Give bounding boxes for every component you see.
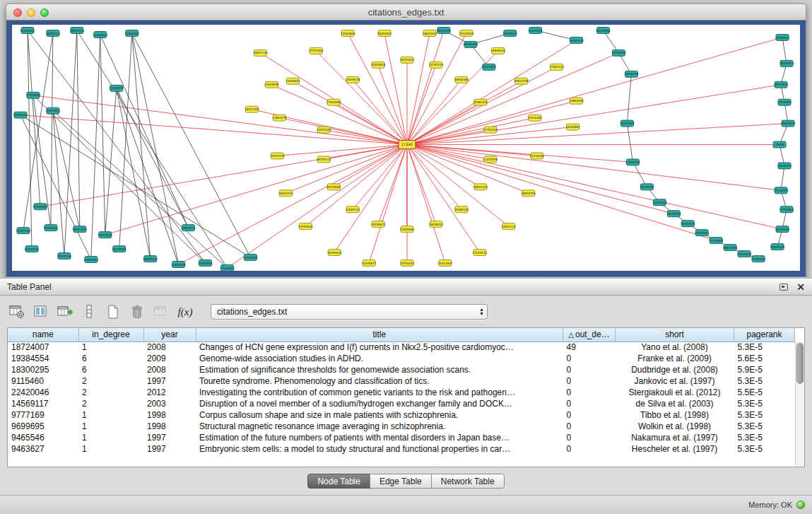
graph-node[interactable]: 19448794 xyxy=(624,71,639,77)
graph-node[interactable]: 18831514 xyxy=(70,27,85,33)
table-cell[interactable]: 9115460 xyxy=(8,375,78,387)
column-header-title[interactable]: title xyxy=(196,328,563,341)
table-cell[interactable]: Franke et al. (2009) xyxy=(616,353,734,364)
graph-node[interactable]: 16203510 xyxy=(46,107,61,114)
graph-node[interactable]: 19025351 xyxy=(695,230,710,236)
table-cell[interactable]: 1998 xyxy=(143,409,196,421)
graph-node[interactable]: 20352210 xyxy=(25,246,40,252)
graph-node[interactable]: 10253190 xyxy=(16,228,31,234)
graph-node[interactable]: 12065101 xyxy=(346,206,360,213)
table-cell[interactable]: Jankovic et al. (1997) xyxy=(616,375,734,387)
table-cell[interactable]: 2008 xyxy=(143,364,196,375)
graph-node[interactable]: 13571020 xyxy=(317,127,331,133)
graph-node[interactable]: 19613954 xyxy=(482,64,497,70)
table-cell[interactable]: 2003 xyxy=(143,398,196,409)
graph-node[interactable]: 12093552 xyxy=(243,255,258,261)
table-cell[interactable]: Corpus callosum shape and size in male p… xyxy=(196,409,563,421)
graph-node[interactable]: 18612044 xyxy=(423,30,437,36)
column-header-name[interactable]: name xyxy=(8,328,78,341)
graph-node[interactable]: 11235902 xyxy=(709,238,724,244)
graph-node[interactable]: 16055410 xyxy=(46,30,61,36)
graph-node[interactable]: 25260950 xyxy=(33,204,48,210)
manage-table-icon[interactable] xyxy=(7,303,27,321)
column-header-year[interactable]: year xyxy=(143,328,196,341)
graph-node[interactable]: 13918455 xyxy=(264,81,279,88)
table-cell[interactable]: 0 xyxy=(563,409,616,421)
window-titlebar[interactable]: citations_edges.txt xyxy=(6,4,806,21)
graph-node[interactable]: 15903542 xyxy=(98,232,113,238)
graph-node[interactable]: 12240618 xyxy=(341,30,355,36)
table-cell[interactable]: 18724007 xyxy=(8,341,78,353)
graph-node[interactable]: 16532501 xyxy=(723,245,738,251)
graph-node[interactable]: 17025112 xyxy=(473,250,488,256)
graph-node[interactable]: 19535014 xyxy=(503,30,518,36)
graph-node[interactable]: 18007149 xyxy=(253,49,268,56)
graph-node[interactable]: 16021353 xyxy=(245,106,259,112)
table-cell[interactable]: 1997 xyxy=(143,375,196,387)
scrollbar-thumb[interactable] xyxy=(796,343,804,384)
graph-node[interactable]: 15925093 xyxy=(198,260,213,267)
column-header-short[interactable]: short xyxy=(616,328,734,341)
graph-node[interactable]: 12490634 xyxy=(93,31,108,37)
graph-node[interactable]: 12535901 xyxy=(777,99,792,105)
graph-node[interactable]: 12116162 xyxy=(530,153,545,159)
graph-node[interactable]: 12754124 xyxy=(429,62,444,68)
table-cell[interactable]: Estimation of significance thresholds fo… xyxy=(196,364,563,375)
table-cell[interactable]: Tourette syndrome. Phenomenology and cla… xyxy=(196,375,563,387)
table-cell[interactable]: 14569117 xyxy=(8,398,78,409)
graph-node[interactable]: 19613745 xyxy=(514,78,529,84)
table-row[interactable]: 911546021997Tourette syndrome. Phenomeno… xyxy=(8,375,795,387)
table-cell[interactable]: Disruption of a novel member of a sodium… xyxy=(196,398,563,409)
graph-node[interactable]: 13091121 xyxy=(502,223,517,230)
table-cell[interactable]: Genome-wide association studies in ADHD. xyxy=(196,353,563,364)
table-cell[interactable]: Changes of HCN gene expression and I(f) … xyxy=(196,341,563,353)
import-table-icon[interactable] xyxy=(151,303,171,321)
graph-node[interactable]: 18273141 xyxy=(774,81,789,88)
graph-node[interactable]: 16056231 xyxy=(429,221,444,228)
graph-node[interactable]: 14853083 xyxy=(569,98,584,104)
minimize-window-button[interactable] xyxy=(27,8,35,17)
graph-node[interactable]: 15321907 xyxy=(438,260,453,267)
table-header-row[interactable]: namein_degreeyeartitle△out_de…shortpager… xyxy=(8,328,795,341)
graph-node[interactable]: 15485142 xyxy=(454,206,469,213)
graph-node[interactable]: 12535904 xyxy=(652,199,667,206)
graph-node[interactable]: 19255032 xyxy=(143,256,158,262)
graph-node[interactable]: 18130474 xyxy=(437,27,452,33)
table-cell[interactable]: 2012 xyxy=(143,387,196,398)
graph-node[interactable]: 18541044 xyxy=(473,184,488,190)
column-header-in_degree[interactable]: in_degree xyxy=(78,328,143,341)
table-scrollbar[interactable] xyxy=(795,341,804,467)
zoom-window-button[interactable] xyxy=(40,8,49,17)
table-row[interactable]: 2242004622012Investigating the contribut… xyxy=(8,387,795,398)
table-cell[interactable]: 5.3E-5 xyxy=(734,432,795,443)
table-cell[interactable]: 5.3E-5 xyxy=(734,375,795,387)
delete-table-icon[interactable] xyxy=(127,303,147,321)
table-row[interactable]: 946554611997Estimation of the future num… xyxy=(8,432,795,443)
graph-node[interactable]: 16640329 xyxy=(464,41,478,47)
table-cell[interactable]: 1 xyxy=(78,421,143,432)
graph-node[interactable]: 16454035 xyxy=(781,120,796,127)
graph-node[interactable]: 10235671 xyxy=(362,260,377,267)
graph-node[interactable]: 18023319 xyxy=(278,190,293,197)
table-cell[interactable]: 0 xyxy=(563,443,616,455)
graph-node[interactable]: 11035254 xyxy=(777,163,792,169)
graph-node[interactable]: 16254104 xyxy=(569,37,584,43)
graph-node[interactable]: 17505509 xyxy=(26,92,41,98)
graph-node[interactable]: 18339281 xyxy=(326,184,341,190)
graph-node[interactable]: 12703554 xyxy=(779,206,794,213)
table-cell[interactable]: 0 xyxy=(563,353,616,364)
table-cell[interactable]: 2 xyxy=(78,375,143,387)
table-cell[interactable]: 0 xyxy=(563,398,616,409)
graph-node[interactable]: 59051301 xyxy=(73,226,88,233)
graph-node[interactable]: 14206091 xyxy=(286,78,300,84)
table-cell[interactable]: 5.3E-5 xyxy=(734,421,795,432)
graph-node[interactable]: 17103554 xyxy=(774,187,789,194)
graph-node[interactable]: 17593511 xyxy=(775,34,790,40)
table-cell[interactable]: 9465546 xyxy=(8,432,78,443)
graph-node[interactable]: 16253900 xyxy=(620,120,635,127)
graph-node[interactable]: 19381341 xyxy=(473,99,488,105)
table-cell[interactable]: Investigating the contribution of common… xyxy=(196,387,563,398)
table-row[interactable]: 1938455462009Genome-wide association stu… xyxy=(8,353,795,364)
graph-node[interactable]: 16754112 xyxy=(317,156,331,163)
table-cell[interactable]: 5.9E-5 xyxy=(734,364,795,375)
